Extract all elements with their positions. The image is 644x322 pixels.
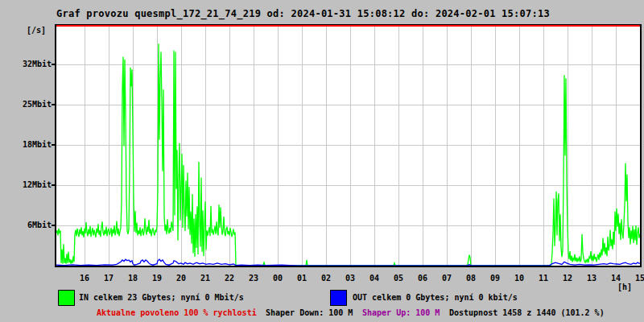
x-axis-tick-label: 12 — [555, 274, 580, 283]
y-axis-tick-mark — [52, 225, 55, 226]
y-axis-tick-label: 6Mbit — [14, 221, 52, 229]
x-axis-tick-label: 21 — [193, 274, 217, 283]
x-axis-tick-label: 09 — [483, 274, 507, 283]
x-axis-tick-label: 20 — [169, 274, 193, 283]
plot-frame-right — [640, 24, 642, 267]
page-title: Graf provozu quesmpl_172_21_74_219 od: 2… — [56, 8, 550, 19]
y-axis-tick-mark — [52, 184, 55, 186]
y-axis-tick-mark — [52, 64, 55, 65]
x-axis-tick-label: 02 — [314, 274, 338, 283]
x-axis-tick-label: 01 — [290, 274, 314, 283]
in-series-line — [56, 43, 640, 266]
x-axis-tick-label: 00 — [266, 274, 290, 283]
y-axis-tick-mark — [52, 104, 55, 105]
shaper-down-label: Shaper Down: 100 M — [266, 308, 353, 318]
shaper-up-label: Shaper Up: 100 M — [362, 308, 440, 318]
x-axis-tick-label: 06 — [411, 274, 435, 283]
out-series-line — [56, 259, 640, 266]
x-axis-tick-label: 04 — [362, 274, 386, 283]
x-axis-tick-label: 23 — [242, 274, 266, 283]
x-axis-tick-label: 16 — [72, 274, 97, 283]
x-axis-tick-label: 03 — [338, 274, 362, 283]
plot-area — [56, 24, 640, 266]
y-axis-tick-label: 32Mbit — [14, 60, 52, 68]
x-axis-tick-label: 18 — [121, 274, 145, 283]
y-axis-tick-label: 25Mbit — [14, 101, 52, 109]
x-axis-tick-label: 05 — [386, 274, 411, 283]
traffic-graph-page: Graf provozu quesmpl_172_21_74_219 od: 2… — [0, 0, 644, 322]
y-axis-unit-label: [/s] — [27, 26, 46, 35]
plot-frame-left — [55, 24, 56, 267]
max-speed-limit-line — [56, 25, 642, 27]
plot-frame-bottom — [55, 266, 642, 267]
in-series-legend-label: IN celkem 23 Gbytes; nyní 0 Mbit/s — [79, 293, 244, 303]
allowed-speed-label: Aktualne povoleno 100 % rychlosti — [97, 308, 257, 318]
y-axis-tick-label: 12Mbit — [14, 181, 52, 189]
traffic-chart — [56, 24, 640, 266]
in-series-swatch — [58, 290, 75, 306]
x-axis-tick-label: 11 — [531, 274, 555, 283]
x-axis-tick-label: 13 — [580, 274, 604, 283]
y-axis-tick-mark — [52, 144, 55, 146]
x-axis-tick-label: 07 — [435, 274, 459, 283]
y-axis-tick-label: 18Mbit — [14, 141, 52, 149]
out-series-swatch — [330, 290, 347, 306]
x-axis-tick-label: 10 — [507, 274, 531, 283]
availability-label: Dostupnost 1458 z 1440 (101.2 %) — [449, 308, 605, 318]
x-axis-tick-label: 22 — [217, 274, 242, 283]
out-series-legend-label: OUT celkem 0 Gbytes; nyní 0 kbit/s — [353, 293, 518, 303]
x-axis-tick-label: 19 — [145, 274, 169, 283]
x-axis-tick-label: 17 — [97, 274, 121, 283]
x-axis-unit-label: [h] — [617, 283, 632, 291]
x-axis-tick-label: 08 — [459, 274, 483, 283]
